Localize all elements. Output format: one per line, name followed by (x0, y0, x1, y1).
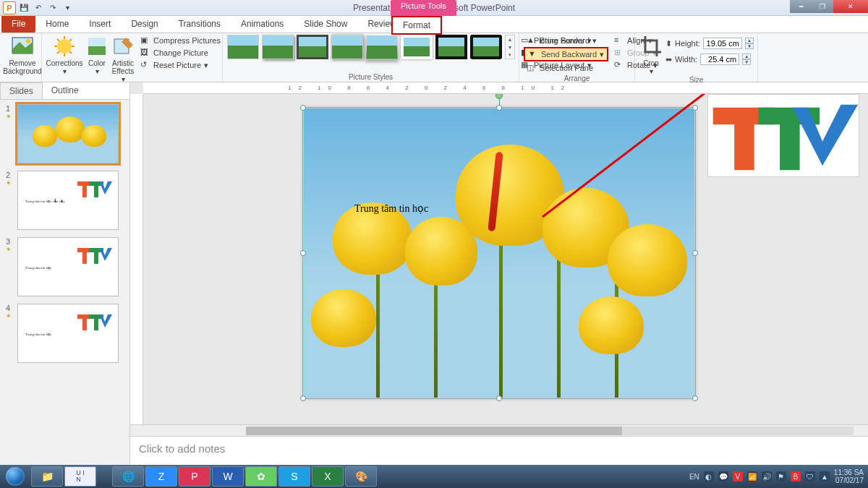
tulip-picture[interactable] (304, 108, 694, 398)
undo-icon[interactable]: ↶ (32, 1, 45, 14)
thumb-number: 3 (6, 237, 13, 246)
quick-access-toolbar: P 💾 ↶ ↷ ▾ (0, 1, 74, 14)
rotation-handle[interactable] (495, 94, 503, 99)
group-adjust: Corrections▾ Color▾ Artistic Effects▾ ▣C… (42, 33, 223, 82)
tray-icon[interactable]: 💬 (718, 471, 728, 481)
notes-pane[interactable]: Click to add notes (130, 436, 868, 465)
taskbar: 📁 U IN 🌐 Z P W ✿ S X 🎨 EN ◐ 💬 V 📶 🔊 ⚑ B … (0, 465, 868, 488)
main-area: Slides Outline 1✶ 2✶ Trung tâm tin học (0, 82, 868, 465)
selection-pane-button[interactable]: ◫Selection Pane (524, 62, 608, 74)
vertical-ruler (130, 94, 143, 424)
width-input[interactable] (700, 53, 739, 65)
close-button[interactable]: ✕ (833, 0, 868, 13)
taskbar-coccoc[interactable]: ✿ (245, 466, 277, 487)
taskbar-excel[interactable]: X (312, 466, 344, 487)
svg-line-9 (69, 39, 72, 41)
change-picture-button[interactable]: 🖼Change Picture (137, 47, 224, 59)
align-icon: ≡ (614, 35, 624, 46)
crop-button[interactable]: Crop▾ (639, 35, 663, 75)
tab-slideshow[interactable]: Slide Show (294, 16, 357, 33)
bring-forward-icon: ▲ (527, 35, 537, 46)
taskbar-paint[interactable]: 🎨 (345, 466, 377, 487)
send-backward-button[interactable]: ▼Send Backward▾ (524, 47, 608, 61)
tab-animations[interactable]: Animations (231, 16, 294, 33)
ttv-logo-icon (76, 313, 112, 332)
taskbar-skype[interactable]: S (278, 466, 310, 487)
width-icon: ⬌ (665, 55, 672, 64)
height-input[interactable] (703, 38, 742, 49)
style-preset[interactable] (262, 35, 294, 59)
start-button[interactable] (0, 465, 30, 488)
width-spinner[interactable]: ▲▼ (742, 53, 751, 65)
taskbar-explorer[interactable]: 📁 (31, 466, 63, 487)
corrections-button[interactable]: Corrections▾ (46, 35, 82, 75)
thumbnail-list: 1✶ 2✶ Trung tâm tin học vẫn vậy 3✶ (0, 100, 129, 465)
color-icon (85, 35, 109, 58)
style-preset[interactable] (470, 35, 502, 59)
taskbar-zalo[interactable]: Z (145, 466, 177, 487)
maximize-button[interactable]: ❐ (812, 0, 833, 13)
tray-icon[interactable]: B (791, 471, 801, 481)
slide-surface[interactable]: Trung tâm tin học (304, 108, 694, 398)
reset-picture-button[interactable]: ↺Reset Picture▾ (137, 59, 224, 71)
artistic-effects-button[interactable]: Artistic Effects▾ (111, 35, 135, 83)
slides-tab[interactable]: Slides (0, 82, 43, 99)
tray-volume-icon[interactable]: 🔊 (762, 471, 772, 481)
save-icon[interactable]: 💾 (17, 1, 30, 14)
color-button[interactable]: Color▾ (85, 35, 109, 75)
qat-more-icon[interactable]: ▾ (61, 1, 74, 14)
outline-tab[interactable]: Outline (43, 82, 88, 99)
tab-file[interactable]: File (1, 16, 35, 33)
taskbar-powerpoint[interactable]: P (179, 466, 210, 487)
horizontal-scrollbar[interactable] (130, 424, 868, 436)
group-size: Crop▾ ⬍ Height: ▲▼ ⬌ Width: ▲▼ Size (635, 33, 758, 82)
animation-star-icon: ✶ (6, 113, 13, 120)
slide-text-box[interactable]: Trung tâm tin học (354, 202, 428, 215)
tray-icon[interactable]: 🛡 (805, 471, 815, 481)
tab-insert[interactable]: Insert (79, 16, 121, 33)
slide-thumbnail[interactable] (17, 104, 119, 163)
style-preset[interactable] (365, 35, 399, 60)
tab-design[interactable]: Design (121, 16, 168, 33)
height-spinner[interactable]: ▲▼ (745, 38, 754, 49)
redo-icon[interactable]: ↷ (46, 1, 59, 14)
slide-thumbnail[interactable]: Trung tâm tin học (17, 237, 119, 296)
powerpoint-icon[interactable]: P (3, 1, 16, 14)
tray-icon[interactable]: ⚑ (776, 471, 786, 481)
animation-star-icon: ✶ (6, 246, 13, 253)
style-preset[interactable] (401, 35, 433, 59)
style-preset[interactable] (227, 35, 259, 59)
reset-picture-icon: ↺ (140, 60, 150, 70)
tab-format[interactable]: Format (391, 16, 442, 35)
minimize-button[interactable]: ━ (790, 0, 812, 13)
taskbar-unikey[interactable]: U IN (64, 466, 96, 487)
taskbar-word[interactable]: W (212, 466, 244, 487)
remove-background-button[interactable]: Remove Background (4, 35, 41, 75)
style-preset[interactable] (435, 35, 467, 59)
style-preset[interactable] (297, 35, 328, 59)
bring-forward-button[interactable]: ▲Bring Forward▾ (524, 35, 608, 46)
tray-icon[interactable]: ▲ (820, 471, 830, 481)
tray-icon[interactable]: ◐ (704, 471, 714, 481)
tab-home[interactable]: Home (35, 16, 79, 33)
tray-clock[interactable]: 11:36 SA 07/02/17 (834, 468, 864, 484)
taskbar-chrome[interactable]: 🌐 (112, 466, 144, 487)
style-gallery-more[interactable]: ▲▼▾ (505, 35, 515, 59)
ttv-logo-icon (76, 180, 112, 199)
slide-thumbnail[interactable]: Trung tâm tin học (17, 304, 119, 363)
tray-language[interactable]: EN (689, 473, 699, 481)
tray-icon[interactable]: 📶 (747, 471, 757, 481)
tray-icon[interactable]: V (733, 471, 743, 481)
canvas[interactable]: Trung tâm tin học (130, 94, 868, 424)
thumb-number: 1 (6, 104, 13, 113)
slides-panel: Slides Outline 1✶ 2✶ Trung tâm tin học (0, 82, 130, 465)
slide-thumbnail[interactable]: Trung tâm tin học vẫn vậy (17, 171, 119, 230)
group-arrange: ▲Bring Forward▾ ▼Send Backward▾ ◫Selecti… (519, 33, 635, 82)
tab-transitions[interactable]: Transitions (169, 16, 231, 33)
compress-pictures-button[interactable]: ▣Compress Pictures (137, 35, 224, 46)
style-preset[interactable] (331, 35, 363, 59)
selection-pane-icon: ◫ (527, 63, 537, 73)
thumbnail-row: 1✶ (6, 104, 124, 163)
svg-rect-12 (88, 46, 106, 55)
rotate-icon: ⟳ (614, 60, 624, 70)
